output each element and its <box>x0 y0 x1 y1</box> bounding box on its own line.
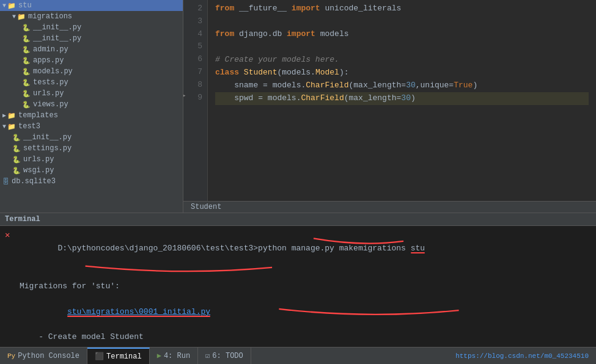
tree-item-init1[interactable]: 🐍 __init__.py <box>0 22 183 33</box>
code-line-5 <box>215 41 589 54</box>
python-console-icon: Py <box>7 352 15 360</box>
code-line-7: class Student(models.Model): <box>215 67 589 79</box>
tree-item-migrations[interactable]: ▼ 📁 migrations <box>0 11 183 22</box>
tree-item-db[interactable]: 🗄 db.sqlite3 <box>0 176 183 187</box>
code-line-8: sname = models.CharField(max_length=30,u… <box>215 79 589 92</box>
tab-terminal[interactable]: ⬛ Terminal <box>87 348 150 364</box>
editor-panel: 2 3 4 5 6 7 8 9 ▶ from __future__ import… <box>183 0 596 213</box>
tree-item-views[interactable]: 🐍 views.py <box>0 99 183 110</box>
tree-item-admin[interactable]: 🐍 admin.py <box>0 44 183 55</box>
tree-item-wsgi[interactable]: 🐍 wsgi.py <box>0 165 183 176</box>
tree-item-test3[interactable]: ▼ 📁 test3 <box>0 121 183 132</box>
tree-item-urls2[interactable]: 🐍 urls.py <box>0 154 183 165</box>
code-editor[interactable]: from __future__ import unicode_literals … <box>208 0 596 201</box>
bottom-tab-bar: Py Python Console ⬛ Terminal ▶ 4: Run ☑ … <box>0 347 596 364</box>
run-icon: ▶ <box>157 351 161 360</box>
tab-todo-label: 6: TODO <box>212 352 243 360</box>
terminal-body[interactable]: ✕ D:\pythoncodes\django_20180606\test\te… <box>0 226 596 347</box>
tree-item-urls1[interactable]: 🐍 urls.py <box>0 88 183 99</box>
tab-run[interactable]: ▶ 4: Run <box>150 348 198 364</box>
code-line-4: from django.db import models <box>215 28 589 41</box>
code-line-6: # Create your models here. <box>215 54 589 67</box>
tab-python-console[interactable]: Py Python Console <box>0 348 87 364</box>
line-numbers: 2 3 4 5 6 7 8 9 ▶ <box>183 0 208 201</box>
tab-python-console-label: Python Console <box>18 352 79 360</box>
tree-item-stu[interactable]: ▼ 📁 stu <box>0 0 183 11</box>
terminal-line-1: D:\pythoncodes\django_20180606\test\test… <box>20 230 589 280</box>
terminal-title: Terminal <box>5 215 40 224</box>
code-line-2: from __future__ import unicode_literals <box>215 2 589 15</box>
migration-link[interactable]: stu\migrations\0001_initial.py <box>67 307 210 316</box>
terminal-tab-icon: ⬛ <box>95 352 104 361</box>
tree-item-models[interactable]: 🐍 models.py <box>0 66 183 77</box>
tree-item-init3[interactable]: 🐍 __init__.py <box>0 132 183 143</box>
bottom-right-link: https://blog.csdn.net/m0_45234510 <box>455 352 596 360</box>
tree-item-init2[interactable]: 🐍 __init__.py <box>0 33 183 44</box>
code-line-3 <box>215 15 589 28</box>
error-icon: ✕ <box>5 230 10 240</box>
terminal-header: Terminal <box>0 213 596 226</box>
tree-item-apps[interactable]: 🐍 apps.py <box>0 55 183 66</box>
terminal-panel: Terminal ✕ D:\pythoncodes\django_2018060… <box>0 213 596 347</box>
terminal-line-2: Migrations for 'stu': <box>20 280 589 293</box>
code-line-9: spwd = models.CharField(max_length=30) <box>215 92 589 105</box>
tab-terminal-label: Terminal <box>106 352 142 361</box>
tab-todo[interactable]: ☑ 6: TODO <box>198 348 251 364</box>
status-text: Student <box>191 203 221 211</box>
terminal-line-5 <box>20 344 589 347</box>
file-tree: ▼ 📁 stu ▼ 📁 migrations 🐍 __init__.py 🐍 _… <box>0 0 183 213</box>
terminal-line-4: - Create model Student <box>20 331 589 344</box>
tree-item-templates[interactable]: ▶ 📁 templates <box>0 110 183 121</box>
tree-item-settings[interactable]: 🐍 settings.py <box>0 143 183 154</box>
todo-icon: ☑ <box>205 351 210 360</box>
tab-run-label: 4: Run <box>164 352 190 360</box>
terminal-line-3: stu\migrations\0001_initial.py <box>20 293 589 331</box>
editor-status-bar: Student <box>183 201 596 213</box>
tree-item-tests[interactable]: 🐍 tests.py <box>0 77 183 88</box>
